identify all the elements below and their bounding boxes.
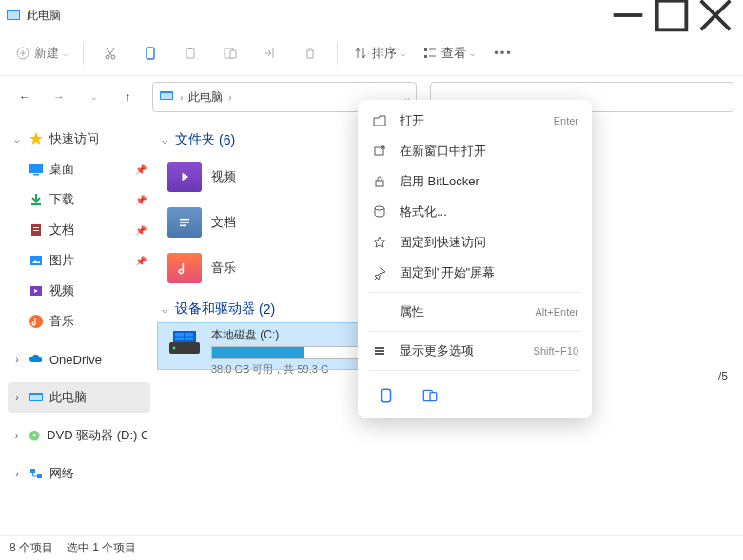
download-icon: [29, 192, 44, 207]
group-count: (2): [259, 301, 275, 317]
desktop-icon: [29, 162, 44, 177]
chevron-down-icon[interactable]: ⌵: [11, 134, 23, 145]
back-button[interactable]: ←: [10, 82, 40, 112]
app-icon: [6, 8, 21, 23]
ctx-more-options[interactable]: 显示更多选项 Shift+F10: [363, 336, 586, 366]
sidebar-item-label: DVD 驱动器 (D:) CP: [47, 427, 147, 444]
ctx-label: 固定到快速访问: [400, 234, 578, 251]
context-menu: 打开 Enter 在新窗口中打开 启用 BitLocker 格式化... 固定到…: [358, 100, 592, 418]
view-button[interactable]: 查看 ⌵: [417, 38, 480, 68]
svg-rect-36: [30, 395, 42, 400]
svg-rect-51: [185, 338, 193, 341]
svg-rect-42: [180, 219, 189, 221]
svg-rect-61: [430, 393, 437, 401]
ctx-rename-button[interactable]: [415, 380, 445, 411]
sidebar-item-music[interactable]: 音乐: [8, 306, 150, 337]
svg-rect-53: [376, 181, 383, 186]
music-icon: [29, 314, 44, 329]
chevron-right-icon[interactable]: ›: [11, 355, 23, 365]
sidebar-item-label: 网络: [49, 465, 74, 482]
sidebar-item-label: 音乐: [49, 313, 74, 330]
network-icon: [29, 466, 44, 481]
sidebar-onedrive[interactable]: › OneDrive: [8, 344, 150, 375]
chevron-down-icon[interactable]: ⌵: [158, 134, 171, 146]
sidebar-item-downloads[interactable]: 下载 📌: [8, 184, 150, 215]
video-folder-icon: [167, 162, 202, 192]
status-selected: 选中 1 个项目: [67, 540, 136, 556]
ctx-open[interactable]: 打开 Enter: [363, 106, 586, 136]
ctx-pin-quick[interactable]: 固定到快速访问: [363, 227, 586, 258]
folder-documents[interactable]: 文档: [158, 200, 329, 245]
close-button[interactable]: [694, 0, 737, 30]
more-icon: [371, 343, 388, 358]
svg-rect-29: [33, 230, 39, 231]
ctx-open-new-window[interactable]: 在新窗口中打开: [363, 136, 586, 166]
folder-label: 视频: [211, 168, 236, 185]
minimize-button[interactable]: [606, 0, 650, 30]
svg-marker-41: [183, 173, 189, 181]
chevron-down-icon[interactable]: ⌵: [158, 303, 171, 316]
drive-icon: [167, 327, 202, 357]
disc-icon: [28, 428, 41, 443]
paste-button[interactable]: [173, 38, 207, 68]
up-button[interactable]: ↑: [112, 82, 143, 112]
pin-icon: 📌: [135, 225, 147, 236]
svg-rect-40: [37, 474, 42, 478]
sidebar-thispc[interactable]: › 此电脑: [8, 382, 150, 413]
pc-icon: [159, 88, 174, 106]
sidebar-item-label: 文档: [49, 222, 74, 239]
ctx-label: 打开: [400, 112, 542, 129]
sidebar-network[interactable]: › 网络: [8, 458, 150, 489]
sidebar-item-videos[interactable]: 视频: [8, 276, 150, 306]
svg-marker-24: [29, 132, 43, 145]
sidebar-item-documents[interactable]: 文档 📌: [8, 215, 150, 245]
svg-rect-18: [424, 48, 427, 51]
copy-button[interactable]: [133, 38, 167, 68]
forward-button[interactable]: →: [44, 82, 74, 112]
folder-videos[interactable]: 视频: [158, 154, 329, 200]
ctx-format[interactable]: 格式化...: [363, 197, 586, 227]
sort-button[interactable]: 排序 ⌵: [347, 38, 411, 68]
pager-label: /5: [718, 370, 728, 383]
sidebar-item-label: 下载: [49, 191, 74, 208]
rename-button[interactable]: [213, 38, 247, 68]
svg-rect-28: [33, 227, 39, 228]
ctx-bitlocker[interactable]: 启用 BitLocker: [363, 166, 586, 197]
ctx-pin-start[interactable]: 固定到"开始"屏幕: [363, 258, 586, 288]
ctx-label: 在新窗口中打开: [400, 143, 578, 160]
window-title: 此电脑: [27, 8, 61, 24]
maximize-button[interactable]: [650, 0, 694, 30]
svg-rect-15: [188, 48, 192, 49]
group-label: 文件夹: [175, 131, 215, 148]
document-icon: [29, 222, 44, 238]
pin-icon: 📌: [135, 195, 147, 205]
svg-point-46: [173, 347, 176, 350]
pin-icon: 📌: [135, 164, 147, 175]
lock-icon: [371, 174, 388, 189]
video-icon: [29, 283, 44, 299]
svg-rect-56: [375, 347, 384, 349]
sidebar-dvd[interactable]: › DVD 驱动器 (D:) CP: [8, 420, 150, 451]
recent-button[interactable]: ⌵: [78, 82, 108, 112]
new-button[interactable]: 新建 ⌵: [10, 38, 73, 68]
ctx-properties[interactable]: 属性 Alt+Enter: [363, 297, 586, 327]
more-button[interactable]: •••: [486, 38, 520, 68]
chevron-right-icon[interactable]: ›: [11, 393, 23, 403]
breadcrumb-thispc[interactable]: 此电脑: [188, 89, 223, 106]
sidebar-item-label: 图片: [49, 252, 74, 269]
sidebar-item-desktop[interactable]: 桌面 📌: [8, 154, 150, 184]
music-folder-icon: [167, 253, 202, 283]
ctx-copy-button[interactable]: [371, 380, 401, 411]
folder-music[interactable]: 音乐: [158, 245, 329, 291]
delete-button[interactable]: [293, 38, 327, 68]
pin-icon: 📌: [135, 256, 147, 266]
svg-point-54: [375, 206, 384, 210]
cloud-icon: [29, 352, 44, 367]
cut-button[interactable]: [93, 38, 127, 68]
share-button[interactable]: [253, 38, 287, 68]
sidebar-quick-access[interactable]: ⌵ 快速访问: [8, 124, 150, 154]
sidebar-item-pictures[interactable]: 图片 📌: [8, 245, 150, 276]
chevron-right-icon[interactable]: ›: [11, 469, 23, 479]
chevron-right-icon[interactable]: ›: [11, 431, 22, 441]
ctx-hint: Alt+Enter: [535, 306, 578, 318]
